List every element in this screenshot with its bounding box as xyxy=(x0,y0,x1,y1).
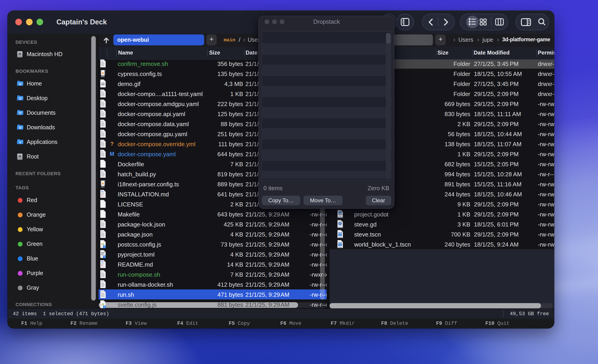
svg-text:SCENE: SCENE xyxy=(338,237,342,238)
svg-text:A: A xyxy=(19,141,21,144)
svg-text:JS: JS xyxy=(101,243,104,246)
svg-text:PROJECT: PROJECT xyxy=(337,217,342,218)
svg-text:SCENE: SCENE xyxy=(338,247,342,248)
svg-text:MPEG: MPEG xyxy=(101,76,105,77)
svg-text:JS: JS xyxy=(101,303,104,306)
svg-text:GDSCRIPT: GDSCRIPT xyxy=(337,227,343,228)
svg-text:MPEG: MPEG xyxy=(101,186,105,188)
